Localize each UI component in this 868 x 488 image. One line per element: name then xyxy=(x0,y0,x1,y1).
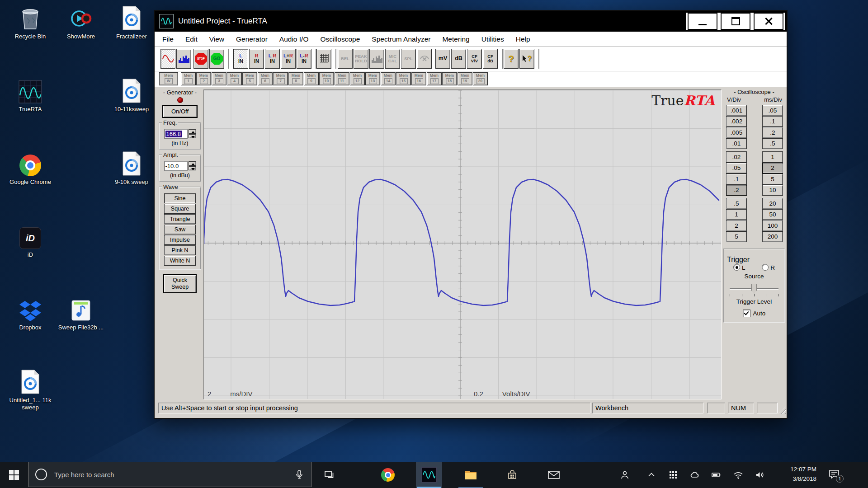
menu-utilities[interactable]: Utilities xyxy=(476,35,510,43)
trigger-level-slider[interactable] xyxy=(729,283,779,295)
mem-17-button[interactable]: Mem17 xyxy=(427,72,442,85)
mem-11-button[interactable]: Mem11 xyxy=(335,72,349,85)
wave-saw-button[interactable]: Saw xyxy=(164,225,196,235)
auto-checkbox[interactable] xyxy=(743,310,750,317)
mem-1-button[interactable]: Mem1 xyxy=(181,72,196,85)
menu-metering[interactable]: Metering xyxy=(436,35,475,43)
taskbar-store[interactable] xyxy=(499,462,525,488)
action-center-button[interactable]: 1 xyxy=(828,469,841,481)
mem-12-button[interactable]: Mem12 xyxy=(350,72,365,85)
input-l-button[interactable]: LIN xyxy=(233,49,248,69)
desktop-icon-id-app[interactable]: iDiD xyxy=(6,223,54,258)
mem-2-button[interactable]: Mem2 xyxy=(196,72,211,85)
msdiv-2-button[interactable]: 2 xyxy=(762,163,783,174)
radio-left-icon[interactable] xyxy=(733,264,740,271)
wave-pink-n-button[interactable]: Pink N xyxy=(164,245,196,255)
vdiv-5-button[interactable]: 5 xyxy=(726,231,747,243)
msdiv-1-button[interactable]: 1 xyxy=(762,151,783,163)
vdiv-p5-button[interactable]: .5 xyxy=(726,198,747,209)
wave-sine-button[interactable]: Sine xyxy=(164,193,196,203)
spectrum-view-button[interactable] xyxy=(176,49,191,69)
vdiv-p002-button[interactable]: .002 xyxy=(726,116,747,127)
desktop-icon-showmore[interactable]: ShowMore xyxy=(57,5,105,40)
msdiv-5-button[interactable]: 5 xyxy=(762,174,783,185)
tray-battery-icon[interactable] xyxy=(711,469,722,480)
desktop-icon-fractalizeer[interactable]: Fractalizeer xyxy=(108,5,156,40)
mem-w-button[interactable]: MemW xyxy=(159,72,178,85)
taskbar-chrome[interactable] xyxy=(375,462,401,488)
frequency-down-button[interactable] xyxy=(189,134,196,139)
input-l-r-button[interactable]: L RIN xyxy=(265,49,280,69)
frequency-up-button[interactable] xyxy=(189,129,196,134)
go-button[interactable]: GO xyxy=(209,49,224,69)
mem-18-button[interactable]: Mem18 xyxy=(442,72,457,85)
taskbar-file-explorer[interactable] xyxy=(458,462,484,488)
spl-button[interactable]: SPL xyxy=(401,49,416,69)
desktop-icon-sweep-9-10k[interactable]: 9-10k sweep xyxy=(108,150,156,186)
trigger-source-right[interactable]: R xyxy=(762,264,775,271)
mem-7-button[interactable]: Mem7 xyxy=(273,72,288,85)
desktop-icon-sweep-file32b[interactable]: Sweep File32b ... xyxy=(57,296,105,331)
close-button[interactable] xyxy=(754,13,783,30)
vdiv-2-button[interactable]: 2 xyxy=(726,220,747,231)
tray-onedrive-cloud-icon[interactable] xyxy=(689,469,700,480)
desktop-icon-google-chrome[interactable]: Google Chrome xyxy=(6,150,54,186)
mem-20-button[interactable]: Mem20 xyxy=(473,72,488,85)
mem-9-button[interactable]: Mem9 xyxy=(304,72,319,85)
mem-6-button[interactable]: Mem6 xyxy=(258,72,273,85)
vdiv-1-button[interactable]: 1 xyxy=(726,209,747,221)
msdiv-p1-button[interactable]: .1 xyxy=(762,116,783,127)
msdiv-p5-button[interactable]: .5 xyxy=(762,138,783,150)
minimize-button[interactable] xyxy=(688,13,717,30)
trigger-source-left[interactable]: L xyxy=(733,264,745,271)
tray-chevron-up-icon[interactable] xyxy=(646,469,657,480)
frequency-input[interactable]: 166.8 xyxy=(164,129,188,139)
desktop-icon-untitled-11k-sweep[interactable]: Untitled_1... 11k sweep xyxy=(6,368,54,412)
wave-impulse-button[interactable]: Impulse xyxy=(164,235,196,245)
msdiv-p2-button[interactable]: .2 xyxy=(762,127,783,138)
peak-hold-button[interactable]: PEAKHOLD xyxy=(354,49,368,69)
desktop-icon-truerta[interactable]: TrueRTA xyxy=(6,77,54,113)
mem-10-button[interactable]: Mem10 xyxy=(319,72,334,85)
taskbar-mail[interactable] xyxy=(541,462,567,488)
context-help-button[interactable]: ? xyxy=(519,49,534,69)
mem-8-button[interactable]: Mem8 xyxy=(288,72,303,85)
desktop-icon-dropbox[interactable]: Dropbox xyxy=(6,296,54,331)
menu-oscilloscope[interactable]: Oscilloscope xyxy=(314,35,366,43)
taskbar-truerta-active[interactable] xyxy=(416,462,442,488)
amplitude-up-button[interactable] xyxy=(189,161,196,166)
tray-wifi-icon[interactable] xyxy=(733,469,744,480)
microphone-icon[interactable] xyxy=(294,469,305,480)
msdiv-100-button[interactable]: 100 xyxy=(762,220,783,231)
input-l+r-button[interactable]: L+RIN xyxy=(281,49,296,69)
msdiv-200-button[interactable]: 200 xyxy=(762,231,783,243)
mem-19-button[interactable]: Mem19 xyxy=(458,72,472,85)
taskbar-search[interactable]: Type here to search xyxy=(28,462,311,487)
menu-audio-i-o[interactable]: Audio I/O xyxy=(274,35,315,43)
input-r-button[interactable]: RIN xyxy=(249,49,264,69)
spectrum-bars-button[interactable] xyxy=(369,49,384,69)
task-view-button[interactable] xyxy=(316,462,343,488)
vdiv-p05-button[interactable]: .05 xyxy=(726,163,747,174)
menu-generator[interactable]: Generator xyxy=(230,35,274,43)
mv-button[interactable]: mV xyxy=(435,49,450,69)
trigger-auto[interactable]: Auto xyxy=(727,310,781,317)
generator-onoff-button[interactable]: On/Off xyxy=(162,105,198,118)
resize-grip[interactable] xyxy=(778,407,786,414)
desktop-icon-recycle-bin[interactable]: Recycle Bin xyxy=(6,5,54,40)
vdiv-p005-button[interactable]: .005 xyxy=(726,127,747,138)
msdiv-10-button[interactable]: 10 xyxy=(762,185,783,196)
mem-14-button[interactable]: Mem14 xyxy=(381,72,396,85)
cf-db-button[interactable]: CFdB xyxy=(483,49,498,69)
start-button[interactable] xyxy=(0,462,28,488)
mem-5-button[interactable]: Mem5 xyxy=(242,72,257,85)
menu-view[interactable]: View xyxy=(203,35,230,43)
title-bar[interactable]: Untitled Project - TrueRTA xyxy=(155,11,787,32)
mem-15-button[interactable]: Mem15 xyxy=(396,72,411,85)
amplitude-down-button[interactable] xyxy=(189,166,196,171)
tray-speaker-icon[interactable] xyxy=(755,469,765,480)
radio-right-icon[interactable] xyxy=(762,264,769,271)
msdiv-20-button[interactable]: 20 xyxy=(762,198,783,209)
vdiv-p1-button[interactable]: .1 xyxy=(726,174,747,185)
db-button[interactable]: dB xyxy=(451,49,466,69)
